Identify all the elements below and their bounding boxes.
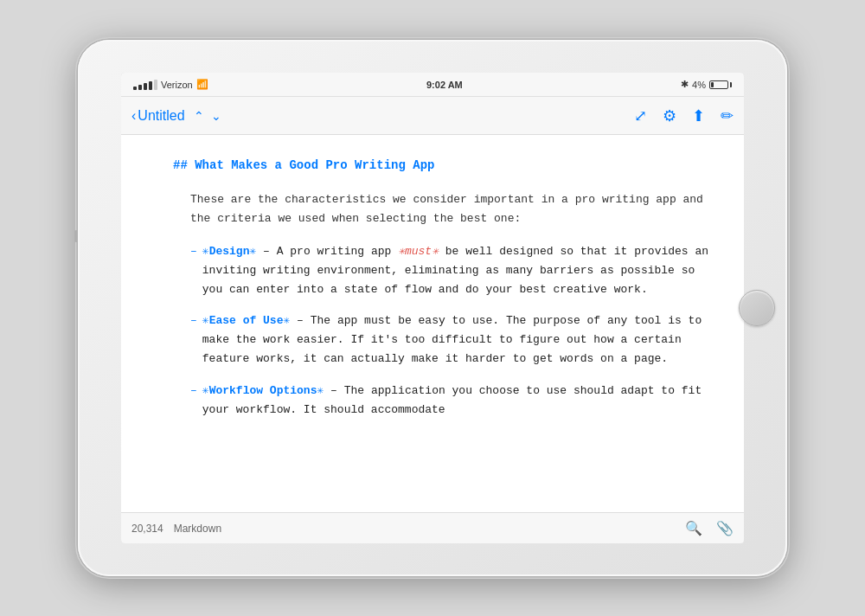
bottom-right: 🔍 📎: [685, 520, 734, 536]
list-item-content: ✳Workflow Options✳ – The application you…: [202, 382, 709, 420]
gear-icon[interactable]: ⚙: [663, 106, 676, 125]
battery-icon: [709, 80, 732, 89]
paperclip-icon[interactable]: 📎: [716, 520, 734, 536]
status-right: ✱ 4%: [681, 79, 732, 90]
list-item-label: Design: [209, 245, 250, 258]
status-bar: Verizon 📶 9:02 AM ✱ 4%: [121, 73, 744, 97]
chevron-left-icon: ‹: [131, 108, 136, 124]
bluetooth-icon: ✱: [681, 79, 689, 90]
status-left: Verizon 📶: [133, 79, 208, 90]
screen: Verizon 📶 9:02 AM ✱ 4%: [121, 73, 744, 543]
share-icon[interactable]: ⬆: [692, 106, 705, 125]
nav-right: ⤢ ⚙ ⬆ ✏: [634, 106, 734, 125]
back-button[interactable]: ‹ Untitled: [131, 108, 185, 124]
list-item-label: Ease of Use: [209, 314, 284, 327]
edit-icon[interactable]: ✏: [721, 106, 734, 125]
list-dash-icon: –: [190, 242, 197, 261]
mode-label: Markdown: [174, 523, 221, 535]
battery-percent: 4%: [692, 80, 706, 90]
list-dash-icon: –: [190, 311, 197, 330]
ipad-shell: Verizon 📶 9:02 AM ✱ 4%: [78, 40, 787, 576]
list-item-content: ✳Ease of Use✳ – The app must be easy to …: [202, 311, 709, 369]
status-time: 9:02 AM: [426, 80, 463, 90]
word-count: 20,314: [131, 523, 163, 535]
carrier-label: Verizon: [161, 80, 193, 90]
content-heading: ## What Makes a Good Pro Writing App: [173, 156, 709, 176]
search-icon[interactable]: 🔍: [685, 520, 702, 536]
signal-icon: [133, 80, 157, 90]
nav-arrows: ⌃ ⌄: [194, 109, 221, 123]
bottom-bar: 20,314 Markdown 🔍 📎: [121, 512, 744, 543]
list-item: – ✳Workflow Options✳ – The application y…: [190, 382, 709, 420]
cursor-icon[interactable]: ⤢: [634, 106, 647, 125]
nav-bar: ‹ Untitled ⌃ ⌄ ⤢ ⚙ ⬆ ✏: [121, 97, 744, 135]
list-item-content: ✳Design✳ – A pro writing app ✳must✳ be w…: [202, 242, 709, 299]
down-arrow-button[interactable]: ⌄: [211, 109, 221, 123]
bottom-left: 20,314 Markdown: [131, 523, 221, 535]
scene: Verizon 📶 9:02 AM ✱ 4%: [0, 0, 865, 616]
list-dash-icon: –: [190, 382, 197, 401]
back-title[interactable]: Untitled: [138, 108, 184, 124]
nav-left: ‹ Untitled ⌃ ⌄: [131, 108, 221, 124]
list-item-label: Workflow Options: [209, 384, 317, 397]
editor-content[interactable]: ## What Makes a Good Pro Writing App The…: [121, 135, 744, 512]
list-item: – ✳Design✳ – A pro writing app ✳must✳ be…: [190, 242, 709, 299]
list-item: – ✳Ease of Use✳ – The app must be easy t…: [190, 311, 709, 369]
content-list: – ✳Design✳ – A pro writing app ✳must✳ be…: [173, 242, 709, 420]
wifi-icon: 📶: [196, 79, 208, 90]
volume-button: [74, 230, 78, 242]
home-button[interactable]: [739, 290, 775, 326]
up-arrow-button[interactable]: ⌃: [194, 109, 204, 123]
content-intro: These are the characteristics we conside…: [173, 190, 709, 228]
